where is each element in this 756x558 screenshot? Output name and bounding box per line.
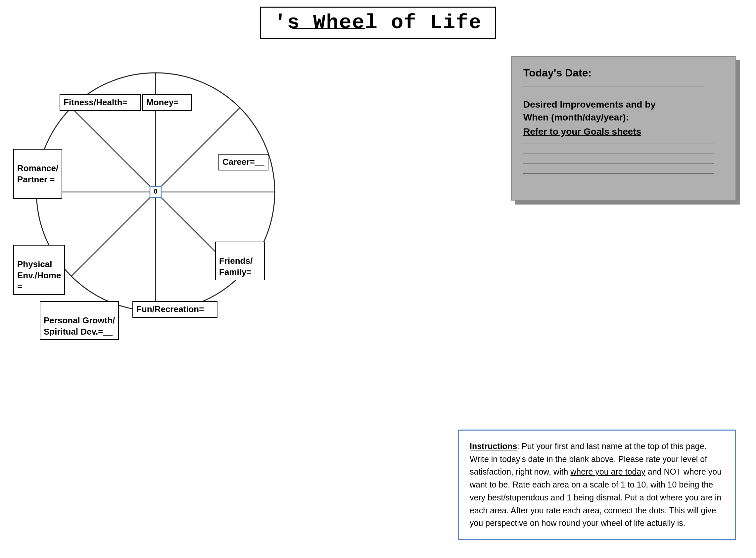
imp-line-1 xyxy=(523,144,714,144)
date-line xyxy=(523,86,704,86)
instructions-title: Instructions xyxy=(470,441,517,451)
title-box: 's Wheel of Life xyxy=(260,7,496,39)
personal-growth-label: Personal Growth/ Spiritual Dev.=__ xyxy=(40,301,119,340)
instructions-underline1: where you are today xyxy=(570,467,646,476)
physical-label: Physical Env./Home =__ xyxy=(13,245,65,295)
career-label: Career=__ xyxy=(219,154,269,171)
improvements-label: Desired Improvements and by When (month/… xyxy=(523,98,724,124)
date-box: Today's Date: Desired Improvements and b… xyxy=(511,56,736,201)
wheel-area: 0 Fitness/Health=__ Money=__ Career=__ R… xyxy=(20,56,291,328)
romance-label: Romance/ Partner = __ xyxy=(13,149,62,199)
fitness-label: Fitness/Health=__ xyxy=(59,94,141,111)
instructions-box: Instructions: Put your first and last na… xyxy=(458,430,736,540)
imp-line-3 xyxy=(523,163,714,164)
imp-line-4 xyxy=(523,173,714,174)
refer-text: Refer to your Goals sheets xyxy=(523,126,724,137)
title-text: 's Wheel of Life xyxy=(274,11,482,34)
right-panel: Today's Date: Desired Improvements and b… xyxy=(511,56,736,201)
money-label: Money=__ xyxy=(142,94,192,111)
date-label: Today's Date: xyxy=(523,67,724,79)
fun-label: Fun/Recreation=__ xyxy=(132,301,218,318)
svg-text:0: 0 xyxy=(154,188,157,195)
friends-label: Friends/ Family=__ xyxy=(215,242,265,280)
imp-line-2 xyxy=(523,154,714,154)
